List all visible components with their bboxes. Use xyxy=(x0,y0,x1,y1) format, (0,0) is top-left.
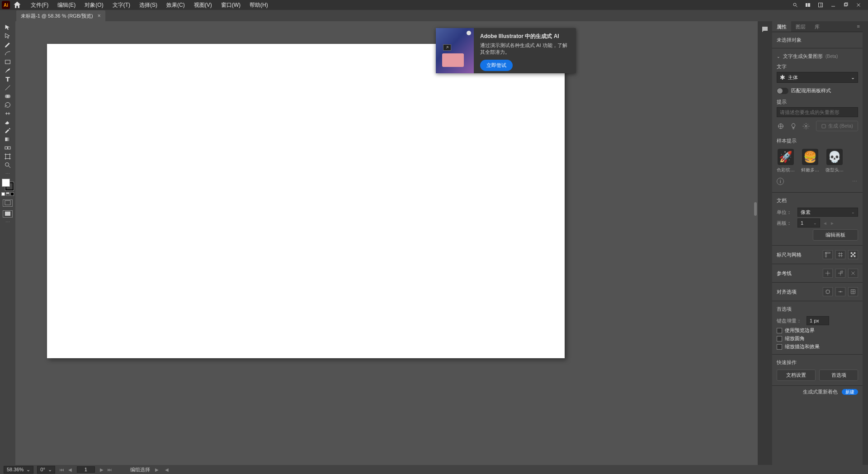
fill-stroke-control[interactable] xyxy=(2,179,14,190)
artboard[interactable] xyxy=(47,44,565,358)
artboard-tool[interactable] xyxy=(1,152,14,161)
preview-bounds-checkbox[interactable] xyxy=(777,328,782,333)
home-icon[interactable] xyxy=(13,0,22,9)
rulers-icon[interactable] xyxy=(823,250,833,259)
sample-burger[interactable]: 🍔 鲜嫩多… xyxy=(801,149,819,173)
paintbrush-tool[interactable] xyxy=(1,66,14,75)
next-artboard-icon[interactable]: ▶ xyxy=(99,466,105,473)
drawing-mode-icon[interactable] xyxy=(3,199,13,207)
rectangle-tool[interactable] xyxy=(1,57,14,66)
artboard-next-icon[interactable]: ► xyxy=(830,221,835,226)
color-mode-solid[interactable] xyxy=(1,192,5,196)
style-picker-icon[interactable] xyxy=(777,122,785,130)
info-icon[interactable]: i xyxy=(777,178,784,185)
menu-type[interactable]: 文字(T) xyxy=(108,0,135,11)
menu-effect[interactable]: 效果(C) xyxy=(162,0,189,11)
first-artboard-icon[interactable]: ⏮ xyxy=(59,466,65,473)
menu-view[interactable]: 视图(V) xyxy=(189,0,217,11)
canvas-scrollbar-vertical[interactable] xyxy=(754,202,757,216)
color-mode-none[interactable] xyxy=(10,192,14,196)
curvature-tool[interactable] xyxy=(1,49,14,57)
smart-guides-icon[interactable] xyxy=(848,269,858,278)
popup-close-dot[interactable] xyxy=(467,31,471,35)
pen-tool[interactable] xyxy=(1,40,14,49)
shape-builder-tool[interactable] xyxy=(1,92,14,100)
arrange-docs-icon[interactable] xyxy=(805,2,811,8)
menu-edit[interactable]: 编辑(E) xyxy=(53,0,80,11)
artboard-prev-icon[interactable]: ◄ xyxy=(823,221,827,226)
gradient-tool[interactable] xyxy=(1,135,14,143)
fill-swatch[interactable] xyxy=(2,179,10,187)
tab-libraries[interactable]: 库 xyxy=(810,21,824,32)
sample-skull[interactable]: 💀 微型头… xyxy=(826,149,844,173)
rotation-select[interactable]: 0°⌄ xyxy=(37,466,55,474)
prompt-input[interactable] xyxy=(777,107,858,117)
gear-icon[interactable] xyxy=(802,122,810,130)
prev-artboard-icon[interactable]: ◀ xyxy=(67,466,73,473)
close-window-icon[interactable] xyxy=(855,2,862,8)
zoom-select[interactable]: 58.36%⌄ xyxy=(4,466,33,474)
scale-corners-checkbox[interactable] xyxy=(777,336,782,341)
svg-rect-18 xyxy=(5,154,9,158)
eraser-tool[interactable] xyxy=(1,118,14,126)
snap-point-icon[interactable] xyxy=(835,287,845,296)
more-options-icon[interactable]: ⋯ xyxy=(852,179,858,185)
snap-pixel-icon[interactable] xyxy=(823,287,833,296)
t2v-accordion[interactable]: ⌄ 文字生成矢量图形 (Beta) xyxy=(777,51,858,62)
rotate-tool[interactable] xyxy=(1,100,14,109)
doc-tab[interactable]: 未标题-1 @ 58.36 % (RGB/预览) × xyxy=(16,10,105,21)
menu-object[interactable]: 对象(O) xyxy=(80,0,108,11)
show-guides-icon[interactable] xyxy=(823,269,833,278)
snap-grid-icon[interactable] xyxy=(848,287,858,296)
lock-guides-icon[interactable] xyxy=(835,269,845,278)
popup-try-button[interactable]: 立即尝试 xyxy=(480,60,513,71)
menu-select[interactable]: 选择(S) xyxy=(135,0,162,11)
panel-scrollbar[interactable] xyxy=(863,21,868,465)
kbd-increment-input[interactable] xyxy=(807,316,829,325)
sample-rocket[interactable]: 🚀 色彩缤… xyxy=(777,149,795,173)
scale-strokes-checkbox[interactable] xyxy=(777,344,782,350)
menu-window[interactable]: 窗口(W) xyxy=(217,0,245,11)
generate-button[interactable]: 生成 (Beta) xyxy=(816,121,858,131)
line-tool[interactable] xyxy=(1,83,14,92)
screen-mode-icon[interactable] xyxy=(3,210,13,218)
menu-file[interactable]: 文件(F) xyxy=(26,0,53,11)
workspace-icon[interactable] xyxy=(817,2,824,8)
scroll-left-icon[interactable]: ◀ xyxy=(164,466,170,473)
color-mode-gradient[interactable] xyxy=(6,192,9,196)
canvas-area[interactable]: Adobe Illustrator 中的生成式 AI 通过演示测试各种生成式 A… xyxy=(15,21,758,465)
doc-settings-button[interactable]: 文档设置 xyxy=(777,370,816,381)
menu-help[interactable]: 帮助(H) xyxy=(245,0,273,11)
eyedropper-tool[interactable] xyxy=(1,126,14,135)
artboard-select[interactable]: 1⌄ xyxy=(797,218,820,228)
popup-open-icon[interactable] xyxy=(443,44,451,51)
close-tab-icon[interactable]: × xyxy=(98,13,101,19)
lightbulb-icon[interactable] xyxy=(789,122,797,130)
minimize-icon[interactable] xyxy=(830,2,836,8)
type-tool[interactable] xyxy=(1,75,14,83)
transparency-grid-icon[interactable] xyxy=(848,250,858,259)
tab-layers[interactable]: 图层 xyxy=(791,21,810,32)
panel-menu-icon[interactable]: ≡ xyxy=(854,21,863,32)
mode-dropdown-icon[interactable]: ▶ xyxy=(154,466,160,473)
edit-artboard-button[interactable]: 编辑画板 xyxy=(813,229,858,241)
blend-tool[interactable] xyxy=(1,143,14,152)
grid-icon[interactable] xyxy=(835,250,845,259)
match-style-toggle[interactable] xyxy=(777,88,788,94)
units-select[interactable]: 像素⌄ xyxy=(797,208,858,217)
t2v-type-select[interactable]: ✱ 主体 ⌄ xyxy=(777,72,858,83)
preferences-button[interactable]: 首选项 xyxy=(819,370,858,381)
zoom-tool[interactable] xyxy=(1,161,14,169)
width-tool[interactable] xyxy=(1,109,14,118)
selection-tool[interactable] xyxy=(1,23,14,32)
maximize-icon[interactable] xyxy=(843,2,849,8)
toolbar-more-icon[interactable]: ⋯ xyxy=(5,219,10,224)
gen-recolor-new-button[interactable]: 新建 xyxy=(842,389,858,395)
artboard-index-input[interactable] xyxy=(77,466,95,473)
search-icon[interactable] xyxy=(792,2,798,8)
direct-selection-tool[interactable] xyxy=(1,32,14,40)
comments-panel-icon[interactable] xyxy=(760,24,770,35)
tab-properties[interactable]: 属性 xyxy=(772,21,791,32)
last-artboard-icon[interactable]: ⏭ xyxy=(107,466,113,473)
edit-toolbar-icon[interactable]: ⋯ xyxy=(5,171,10,176)
